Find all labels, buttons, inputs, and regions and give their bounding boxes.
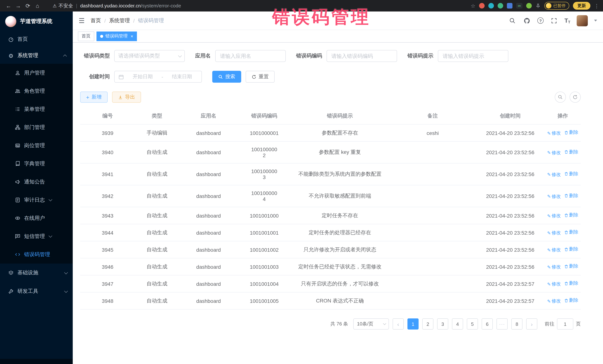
sidebar-item-error-codes[interactable]: 错误码管理 [0,245,73,264]
extension-icon[interactable] [507,3,512,9]
sidebar-item-dictionary[interactable]: 字典管理 [0,154,73,173]
github-icon[interactable] [523,16,531,25]
reload-icon[interactable]: ⟳ [23,1,33,11]
tab-home[interactable]: 首页 [78,31,94,41]
export-button[interactable]: 导出 [112,92,141,103]
sidebar-item-notices[interactable]: 通知公告 [0,173,73,191]
reset-button[interactable]: 重置 [246,71,275,83]
delete-link[interactable]: 删除 [564,297,578,304]
edit-link[interactable]: ✎修改 [547,298,561,304]
delete-link[interactable]: 删除 [564,280,578,287]
close-tab-icon[interactable]: × [131,33,133,39]
page-button-5[interactable]: 5 [467,318,478,330]
search-button[interactable]: 搜索 [212,71,241,83]
page-button-8[interactable]: 8 [511,318,522,330]
sidebar-item-sms[interactable]: 短信管理 [0,227,73,245]
col-actions: 操作 [545,108,581,124]
prev-page-button[interactable]: ‹ [393,318,404,330]
edit-link[interactable]: ✎修改 [547,130,561,136]
edit-link[interactable]: ✎修改 [547,247,561,253]
sidebar-item-menus[interactable]: 菜单管理 [0,100,73,118]
next-page-button[interactable]: › [526,318,537,330]
breadcrumb-separator: / [133,18,135,23]
sidebar-item-roles[interactable]: 角色管理 [0,82,73,100]
edit-link[interactable]: ✎修改 [547,171,561,178]
paused-profile-badge[interactable]: 已暂停 [544,2,569,10]
error-type-select[interactable]: 请选择错误码类型 [114,50,185,62]
sidebar-item-users[interactable]: 用户管理 [0,64,73,82]
user-avatar[interactable] [577,15,588,26]
sidebar-item-system[interactable]: ⚙ 系统管理 [0,47,73,64]
sidebar-item-infrastructure[interactable]: 基础设施 [0,264,73,282]
delete-link[interactable]: 删除 [564,263,578,269]
extension-icon[interactable] [488,3,494,9]
breadcrumb-system[interactable]: 系统管理 [109,17,130,24]
chrome-menu-icon[interactable]: ⋮ [594,3,599,9]
forward-icon[interactable]: → [13,1,23,11]
page-size-select[interactable]: 10条/页 [353,318,389,330]
total-count: 共 76 条 [330,321,348,327]
extension-on-badge[interactable]: on [516,3,522,9]
breadcrumb-separator: / [104,18,106,23]
address-bar[interactable]: ⚠ 不安全 | dashboard.yudao.iocoder.cn/syste… [53,2,471,9]
edit-link[interactable]: ✎修改 [547,281,561,287]
chevron-down-icon [49,198,52,201]
page-button-3[interactable]: 3 [437,318,448,330]
sidebar-item-departments[interactable]: 部门管理 [0,118,73,136]
end-date-placeholder: 结束日期 [166,73,198,80]
bookmark-star-icon[interactable]: ☆ [471,3,475,9]
sidebar-item-home[interactable]: 首页 [0,31,73,47]
back-icon[interactable]: ← [4,1,13,11]
show-search-button[interactable] [555,92,566,103]
error-code-input[interactable] [326,50,397,62]
breadcrumb-current: 错误码管理 [138,17,164,24]
breadcrumb: 首页 / 系统管理 / 错误码管理 [91,17,164,24]
page-button-4[interactable]: 4 [452,318,463,330]
search-icon[interactable] [508,16,517,25]
sidebar: 芋道管理系统 首页 ⚙ 系统管理 用户管理 角色管理 [0,11,73,364]
more-pages-button[interactable]: ··· [497,318,508,330]
goto-page-input[interactable] [557,318,573,330]
table-row: 3946自动生成dashboard1001001003定时任务已经处于该状态，无… [80,258,581,275]
trash-icon [564,264,568,269]
delete-link[interactable]: 删除 [564,212,578,218]
edit-link[interactable]: ✎修改 [547,230,561,236]
delete-link[interactable]: 删除 [564,171,578,177]
extensions-pin-icon[interactable] [535,3,541,8]
refresh-table-button[interactable] [570,92,581,103]
page-button-1[interactable]: 1 [407,318,418,330]
avatar-caret-icon[interactable] [594,20,597,22]
sidebar-item-online-users[interactable]: 在线用户 [0,209,73,227]
help-icon[interactable]: ? [537,17,544,24]
font-size-icon[interactable]: TT [564,17,570,24]
download-icon [118,95,123,99]
edit-link[interactable]: ✎修改 [547,213,561,219]
edit-link[interactable]: ✎修改 [547,264,561,270]
page-button-2[interactable]: 2 [422,318,433,330]
extension-icon[interactable] [526,3,532,9]
sidebar-item-posts[interactable]: 岗位管理 [0,136,73,154]
delete-link[interactable]: 删除 [564,193,578,199]
date-range-picker[interactable]: 开始日期 - 结束日期 [114,71,202,83]
delete-link[interactable]: 删除 [564,149,578,155]
delete-link[interactable]: 删除 [564,246,578,253]
delete-link[interactable]: 删除 [564,129,578,136]
add-button[interactable]: + 新增 [80,92,108,103]
vue-devtools-icon[interactable] [498,3,503,9]
sidebar-item-dev-tools[interactable]: 研发工具 [0,282,73,301]
delete-link[interactable]: 删除 [564,229,578,235]
edit-link[interactable]: ✎修改 [547,150,561,156]
fullscreen-icon[interactable] [550,16,558,25]
breadcrumb-home[interactable]: 首页 [91,17,101,24]
badge-icon [15,143,20,148]
app-name-input[interactable] [215,50,286,62]
extension-icon[interactable] [479,3,485,9]
edit-link[interactable]: ✎修改 [547,193,561,200]
hamburger-icon[interactable]: ☰ [79,16,85,25]
page-button-6[interactable]: 6 [482,318,493,330]
home-icon[interactable]: ⌂ [33,1,42,11]
tab-error-codes[interactable]: 错误码管理 × [96,31,137,41]
sidebar-item-audit-logs[interactable]: 审计日志 [0,191,73,209]
error-hint-input[interactable] [438,50,508,62]
chrome-update-button[interactable]: 更新 [573,2,590,10]
